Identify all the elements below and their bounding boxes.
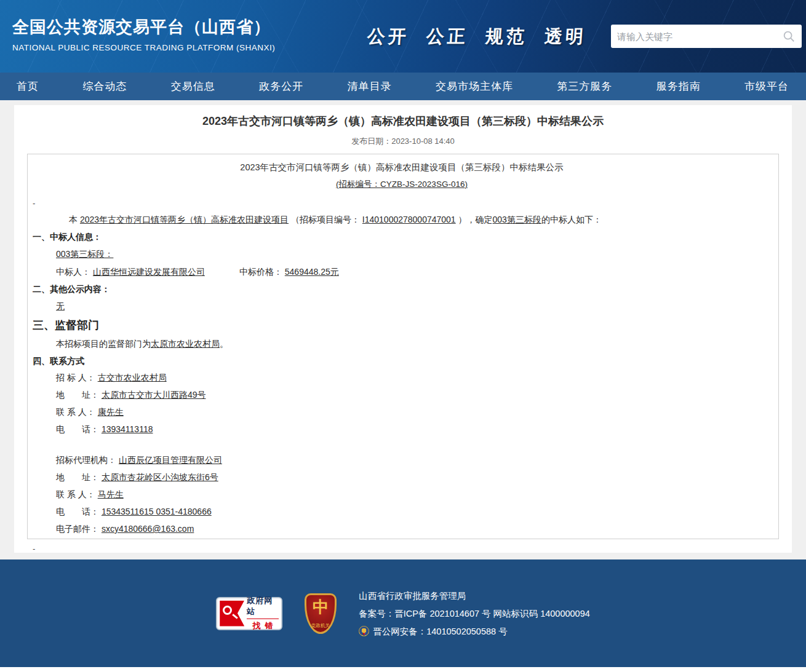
shield-badge-label: 党政机关 [311,622,330,628]
agency-phone-line: 电 话： 15343511615 0351-4180666 [56,505,773,518]
tenderer-address-line: 地 址： 太原市古交市大川西路49号 [56,389,773,401]
winner-line: 中标人： 山西华恒远建设发展有限公司 中标价格： 5469448.25元 [56,266,773,279]
search-box [611,25,802,48]
footer-icp-line: 备案号：晋ICP备 2021014607 号 网站标识码 1400000094 [359,607,590,620]
tender-number-line: (招标编号：CYZB-JS-2023SG-016) [30,179,773,190]
slogan-open: 公开 [367,25,410,49]
police-badge-icon [359,626,369,636]
nav-item-news[interactable]: 综合动态 [82,79,127,93]
bottom-strip [0,667,806,672]
none-line: 无 [56,300,773,313]
site-header: 全国公共资源交易平台（山西省） NATIONAL PUBLIC RESOURCE… [0,0,806,73]
error-report-badge-text: 政府网站 找错 [247,595,279,631]
footer-psb-line[interactable]: 晋公网安备：14010502050588 号 [359,625,590,638]
nav-item-third-party[interactable]: 第三方服务 [557,79,612,93]
tenderer-contact-line: 联 系 人： 康先生 [56,406,773,419]
intro-paragraph: 本 2023年古交市河口镇等两乡（镇）高标准农田建设项目 （招标项目编号： I1… [30,213,773,226]
site-footer: 政府网站 找错 中 党政机关 山西省行政审批服务管理局 备案号：晋ICP备 20… [0,559,806,667]
page-title: 2023年古交市河口镇等两乡（镇）高标准农田建设项目（第三标段）中标结果公示 [14,114,792,128]
agency-name-line: 招标代理机构： 山西辰亿项目管理有限公司 [56,454,773,467]
announcement-document: 2023年古交市河口镇等两乡（镇）高标准农田建设项目（第三标段）中标结果公示 (… [27,154,779,539]
tender-number: CYZB-JS-2023SG-016 [380,180,465,189]
error-badge-line1: 政府网站 [247,595,279,617]
tender-number-prefix: (招标编号： [336,180,380,189]
tender-number-suffix: ) [465,180,468,189]
page: 全国公共资源交易平台（山西省） NATIONAL PUBLIC RESOURCE… [0,0,806,672]
slogan-standard: 规范 [485,25,529,49]
error-report-flag-icon [220,601,244,627]
agency-contact-line: 联 系 人： 马先生 [56,488,773,501]
search-input[interactable] [617,31,782,42]
spacer [30,436,773,449]
slogan-banner: 公开 公正 规范 透明 [367,25,588,49]
site-subtitle: NATIONAL PUBLIC RESOURCE TRADING PLATFOR… [12,43,275,52]
party-government-shield-badge[interactable]: 中 党政机关 [305,593,337,634]
main-nav: 首页 综合动态 交易信息 政务公开 清单目录 交易市场主体库 第三方服务 服务指… [0,73,806,100]
slogan-fair: 公正 [426,25,469,49]
footer-text-block: 山西省行政审批服务管理局 备案号：晋ICP备 2021014607 号 网站标识… [359,585,590,642]
dash-top: - [33,199,773,208]
nav-item-market-entities[interactable]: 交易市场主体库 [436,79,513,93]
footer-agency-name: 山西省行政审批服务管理局 [359,589,590,603]
tenderer-phone-line: 电 话： 13934113118 [56,423,773,436]
section3-heading: 三、监督部门 [33,318,773,333]
error-badge-line2: 找错 [249,620,277,631]
section1-heading: 一、中标人信息： [33,232,773,243]
lot-line: 003第三标段： [56,248,773,261]
nav-item-home[interactable]: 首页 [17,79,39,93]
dash-bottom: - [33,544,773,553]
content-card: 2023年古交市河口镇等两乡（镇）高标准农田建设项目（第三标段）中标结果公示 发… [14,105,792,553]
tenderer-name-line: 招 标 人： 古交市农业农村局 [56,371,773,384]
site-title: 全国公共资源交易平台（山西省） [12,16,275,38]
publish-date: 发布日期：2023-10-08 14:40 [14,136,792,147]
section4-heading: 四、联系方式 [33,356,773,367]
nav-item-city-platform[interactable]: 市级平台 [744,79,789,93]
search-icon[interactable] [782,30,796,43]
slogan-transparent: 透明 [544,25,588,49]
nav-item-catalog[interactable]: 清单目录 [348,79,392,93]
error-badge-divider [247,619,279,619]
document-title: 2023年古交市河口镇等两乡（镇）高标准农田建设项目（第三标段）中标结果公示 [30,162,773,173]
party-government-emblem-icon: 中 [313,599,329,615]
nav-item-gov-disclosure[interactable]: 政务公开 [259,79,303,93]
section2-heading: 二、其他公示内容： [33,284,773,295]
agency-address-line: 地 址： 太原市杏花岭区小沟坡东街6号 [56,471,773,484]
agency-email-line: 电子邮件： sxcy4180666@163.com [56,523,773,536]
site-brand: 全国公共资源交易平台（山西省） NATIONAL PUBLIC RESOURCE… [12,16,275,52]
gov-site-error-report-badge[interactable]: 政府网站 找错 [216,597,282,630]
nav-item-trading-info[interactable]: 交易信息 [171,79,215,93]
psb-text: 晋公网安备：14010502050588 号 [373,625,507,638]
supervision-line: 本招标项目的监督部门为太原市农业农村局。 [56,338,773,350]
nav-item-service-guide[interactable]: 服务指南 [656,79,701,93]
